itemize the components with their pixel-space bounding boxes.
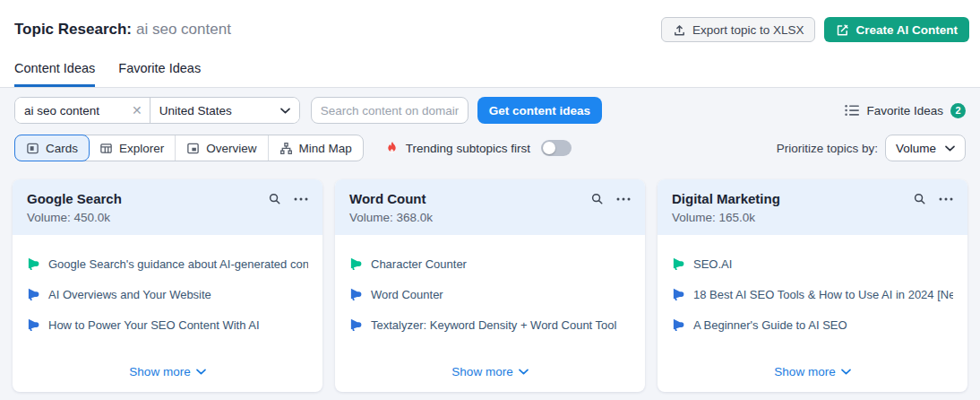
list-icon [845, 104, 859, 117]
card-volume: Volume: 165.0k [672, 211, 953, 224]
search-icon[interactable] [590, 192, 604, 205]
overview-view-icon [186, 142, 200, 155]
topic-card-digital-marketing: Digital Marketing Volume: 165.0k SE [658, 179, 967, 392]
megaphone-icon [27, 288, 40, 301]
show-more-label: Show more [451, 365, 512, 378]
show-more-label: Show more [774, 365, 835, 378]
export-topic-button[interactable]: Export topic to XLSX [661, 17, 816, 42]
card-title: Google Search [27, 191, 268, 206]
view-switcher: Cards Explorer Overview Mind Map [14, 135, 364, 161]
headline-text: How to Power Your SEO Content With AI [48, 318, 260, 332]
card-volume: Volume: 368.0k [349, 211, 631, 224]
view-tab-explorer[interactable]: Explorer [89, 135, 175, 161]
megaphone-icon [672, 257, 685, 271]
headline-text: 18 Best AI SEO Tools & How to Use AI in … [693, 288, 953, 301]
headline-text: Google Search's guidance about AI-genera… [48, 257, 308, 271]
page-title-topic: ai seo content [136, 21, 231, 38]
headline-item[interactable]: Word Counter [349, 288, 631, 301]
search-icon[interactable] [913, 192, 926, 205]
content-area: ✕ United States Get content ideas Favori… [0, 88, 980, 400]
megaphone-icon [349, 257, 363, 271]
headline-text: Textalyzer: Keyword Density + Word Count… [371, 318, 616, 332]
search-row: ✕ United States Get content ideas Favori… [14, 97, 966, 124]
more-options-icon[interactable] [616, 197, 631, 201]
view-tab-explorer-label: Explorer [119, 142, 164, 155]
headline-text: AI Overviews and Your Website [48, 288, 211, 301]
chevron-down-icon [196, 369, 206, 375]
page-header: Topic Research:ai seo content Export top… [0, 0, 980, 48]
view-tab-overview-label: Overview [206, 142, 256, 155]
prioritize-control: Prioritize topics by: Volume [777, 135, 966, 161]
country-select-value: United States [159, 104, 232, 117]
favorite-ideas-link[interactable]: Favorite Ideas 2 [845, 103, 966, 118]
tab-content-ideas[interactable]: Content Ideas [14, 61, 95, 87]
headline-item[interactable]: Textalyzer: Keyword Density + Word Count… [349, 318, 631, 332]
headline-item[interactable]: Google Search's guidance about AI-genera… [27, 257, 308, 271]
headline-item[interactable]: SEO.AI [672, 257, 953, 271]
show-more-link[interactable]: Show more [774, 365, 850, 378]
tab-bar: Content Ideas Favorite Ideas [0, 48, 980, 88]
topic-card-word-count: Word Count Volume: 368.0k Character [335, 179, 645, 392]
megaphone-icon [672, 288, 685, 301]
headline-text: Word Counter [371, 288, 443, 301]
favorite-ideas-count-badge: 2 [950, 103, 966, 118]
prioritize-label: Prioritize topics by: [777, 142, 878, 155]
prioritize-select[interactable]: Volume [885, 135, 966, 161]
more-options-icon[interactable] [939, 197, 953, 201]
headline-text: A Beginner's Guide to AI SEO [693, 318, 847, 332]
headline-item[interactable]: Character Counter [349, 257, 631, 271]
headline-item[interactable]: AI Overviews and Your Website [27, 288, 308, 301]
card-volume: Volume: 450.0k [27, 211, 308, 224]
show-more-label: Show more [129, 365, 190, 378]
topic-cards: Google Search Volume: 450.0k Google [13, 179, 967, 392]
trending-subtopics-toggle[interactable] [541, 140, 572, 156]
tab-favorite-ideas[interactable]: Favorite Ideas [118, 61, 201, 87]
show-more-link[interactable]: Show more [451, 365, 528, 378]
show-more-link[interactable]: Show more [129, 365, 205, 378]
country-select[interactable]: United States [150, 98, 299, 123]
mind-map-view-icon [279, 142, 293, 155]
cards-view-icon [26, 142, 39, 155]
page-title: Topic Research:ai seo content [14, 21, 231, 39]
create-ai-content-button[interactable]: Create AI Content [824, 17, 969, 42]
megaphone-icon [349, 318, 363, 332]
chevron-down-icon [280, 108, 290, 114]
headline-text: Character Counter [371, 257, 467, 271]
prioritize-select-value: Volume [896, 142, 936, 155]
create-ai-content-label: Create AI Content [855, 23, 958, 37]
headline-text: SEO.AI [693, 257, 732, 271]
view-controls-row: Cards Explorer Overview Mind Map [14, 135, 966, 161]
topic-query-input[interactable] [15, 98, 130, 123]
search-icon[interactable] [268, 192, 281, 205]
megaphone-icon [27, 318, 40, 332]
more-options-icon[interactable] [294, 197, 308, 201]
megaphone-icon [672, 318, 685, 332]
chevron-down-icon [519, 369, 529, 375]
upload-icon [673, 23, 686, 37]
table-view-icon [99, 142, 113, 155]
favorite-ideas-label: Favorite Ideas [866, 104, 943, 117]
megaphone-icon [27, 257, 40, 271]
topic-card-google-search: Google Search Volume: 450.0k Google [13, 179, 322, 392]
view-tab-cards-label: Cards [46, 142, 78, 155]
edit-icon [836, 23, 849, 37]
headline-item[interactable]: 18 Best AI SEO Tools & How to Use AI in … [672, 288, 953, 301]
chevron-down-icon [945, 145, 955, 152]
domain-search-input[interactable] [311, 97, 469, 124]
view-tab-mind-map[interactable]: Mind Map [268, 135, 363, 161]
view-tab-overview[interactable]: Overview [175, 135, 267, 161]
megaphone-icon [349, 288, 363, 301]
view-tab-mind-map-label: Mind Map [299, 142, 352, 155]
chevron-down-icon [841, 369, 851, 375]
get-content-ideas-button[interactable]: Get content ideas [477, 97, 602, 124]
trending-subtopics-control: Trending subtopics first [385, 140, 572, 156]
card-title: Word Count [349, 191, 590, 206]
headline-item[interactable]: A Beginner's Guide to AI SEO [672, 318, 953, 332]
headline-item[interactable]: How to Power Your SEO Content With AI [27, 318, 308, 332]
view-tab-cards[interactable]: Cards [14, 135, 90, 161]
clear-query-icon[interactable]: ✕ [130, 103, 150, 117]
trending-subtopics-label: Trending subtopics first [406, 142, 530, 155]
export-topic-label: Export topic to XLSX [692, 23, 804, 37]
card-title: Digital Marketing [672, 191, 913, 206]
topic-query-control: ✕ United States [14, 97, 300, 124]
